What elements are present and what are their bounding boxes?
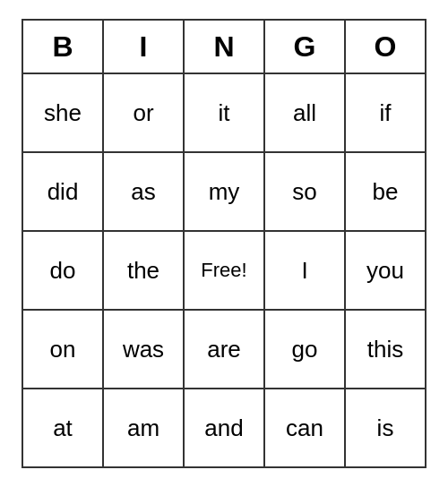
cell-4-5: this: [346, 311, 426, 389]
cell-1-1: she: [23, 74, 104, 153]
bingo-row-2: did as my so be: [23, 153, 426, 232]
header-i: I: [104, 21, 185, 74]
cell-5-2: am: [104, 389, 185, 468]
cell-1-4: all: [265, 74, 346, 153]
cell-4-3: are: [185, 311, 265, 389]
cell-3-1: do: [23, 232, 104, 311]
header-b: B: [23, 21, 104, 74]
cell-5-4: can: [265, 389, 346, 468]
cell-2-3: my: [185, 153, 265, 232]
cell-4-4: go: [265, 311, 346, 389]
cell-3-3-free: Free!: [185, 232, 265, 311]
cell-1-3: it: [185, 74, 265, 153]
cell-1-2: or: [104, 74, 185, 153]
cell-5-5: is: [346, 389, 426, 468]
bingo-row-4: on was are go this: [23, 311, 426, 389]
cell-3-2: the: [104, 232, 185, 311]
bingo-row-1: she or it all if: [23, 74, 426, 153]
cell-3-4: I: [265, 232, 346, 311]
bingo-row-5: at am and can is: [23, 389, 426, 468]
cell-2-4: so: [265, 153, 346, 232]
header-row: B I N G O: [23, 21, 426, 74]
header-g: G: [265, 21, 346, 74]
bingo-row-3: do the Free! I you: [23, 232, 426, 311]
cell-5-3: and: [185, 389, 265, 468]
cell-2-1: did: [23, 153, 104, 232]
header-o: O: [346, 21, 426, 74]
cell-2-2: as: [104, 153, 185, 232]
cell-5-1: at: [23, 389, 104, 468]
cell-3-5: you: [346, 232, 426, 311]
cell-1-5: if: [346, 74, 426, 153]
bingo-card: B I N G O she or it all if did as my so …: [22, 19, 426, 468]
cell-2-5: be: [346, 153, 426, 232]
header-n: N: [185, 21, 265, 74]
cell-4-2: was: [104, 311, 185, 389]
cell-4-1: on: [23, 311, 104, 389]
